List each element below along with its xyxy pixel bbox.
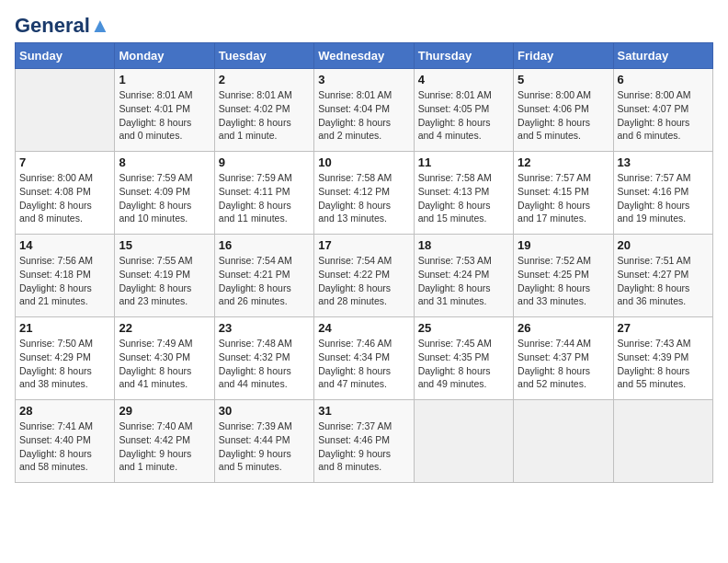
- day-number: 3: [318, 73, 409, 86]
- calendar-cell: 29Sunrise: 7:40 AM Sunset: 4:42 PM Dayli…: [115, 400, 214, 483]
- day-number: 8: [119, 155, 210, 169]
- calendar-day-header: Monday: [115, 43, 214, 69]
- day-number: 24: [318, 321, 409, 335]
- calendar-week-row: 14Sunrise: 7:56 AM Sunset: 4:18 PM Dayli…: [16, 235, 713, 317]
- calendar-cell: 16Sunrise: 7:54 AM Sunset: 4:21 PM Dayli…: [214, 235, 313, 317]
- calendar-cell: 31Sunrise: 7:37 AM Sunset: 4:46 PM Dayli…: [314, 400, 414, 483]
- day-info: Sunrise: 8:01 AM Sunset: 4:05 PM Dayligh…: [418, 88, 509, 143]
- day-number: 22: [119, 321, 210, 335]
- calendar-cell: 5Sunrise: 8:00 AM Sunset: 4:06 PM Daylig…: [514, 69, 613, 152]
- day-number: 17: [318, 238, 409, 252]
- day-number: 4: [418, 73, 509, 86]
- calendar-cell: [514, 400, 613, 483]
- day-number: 25: [418, 321, 509, 335]
- day-info: Sunrise: 7:59 AM Sunset: 4:11 PM Dayligh…: [219, 171, 310, 225]
- day-number: 23: [219, 321, 310, 335]
- calendar-week-row: 28Sunrise: 7:41 AM Sunset: 4:40 PM Dayli…: [16, 400, 713, 483]
- day-info: Sunrise: 7:48 AM Sunset: 4:32 PM Dayligh…: [219, 337, 310, 391]
- day-number: 5: [518, 73, 609, 86]
- calendar-cell: 28Sunrise: 7:41 AM Sunset: 4:40 PM Dayli…: [16, 400, 115, 483]
- calendar-day-header: Thursday: [414, 43, 513, 69]
- calendar-cell: 7Sunrise: 8:00 AM Sunset: 4:08 PM Daylig…: [16, 152, 115, 235]
- day-info: Sunrise: 8:01 AM Sunset: 4:02 PM Dayligh…: [219, 88, 310, 143]
- calendar-week-row: 21Sunrise: 7:50 AM Sunset: 4:29 PM Dayli…: [16, 317, 713, 400]
- day-info: Sunrise: 7:37 AM Sunset: 4:46 PM Dayligh…: [318, 419, 409, 474]
- day-number: 31: [318, 404, 409, 418]
- day-number: 27: [618, 321, 709, 335]
- calendar-cell: [16, 69, 115, 152]
- day-number: 29: [119, 404, 210, 418]
- day-number: 16: [219, 238, 310, 252]
- day-number: 9: [219, 155, 310, 169]
- day-info: Sunrise: 7:39 AM Sunset: 4:44 PM Dayligh…: [219, 419, 310, 474]
- day-info: Sunrise: 7:57 AM Sunset: 4:15 PM Dayligh…: [518, 171, 609, 225]
- day-info: Sunrise: 8:00 AM Sunset: 4:08 PM Dayligh…: [19, 171, 110, 225]
- day-info: Sunrise: 7:40 AM Sunset: 4:42 PM Dayligh…: [119, 419, 210, 474]
- calendar-cell: 14Sunrise: 7:56 AM Sunset: 4:18 PM Dayli…: [16, 235, 115, 317]
- day-info: Sunrise: 7:54 AM Sunset: 4:21 PM Dayligh…: [219, 254, 310, 308]
- calendar-cell: 19Sunrise: 7:52 AM Sunset: 4:25 PM Dayli…: [514, 235, 613, 317]
- day-info: Sunrise: 7:58 AM Sunset: 4:12 PM Dayligh…: [318, 171, 409, 225]
- calendar-cell: 10Sunrise: 7:58 AM Sunset: 4:12 PM Dayli…: [314, 152, 414, 235]
- calendar-cell: 22Sunrise: 7:49 AM Sunset: 4:30 PM Dayli…: [115, 317, 214, 400]
- day-number: 15: [119, 238, 210, 252]
- day-number: 30: [219, 404, 310, 418]
- calendar-header-row: SundayMondayTuesdayWednesdayThursdayFrid…: [16, 43, 713, 69]
- day-info: Sunrise: 7:44 AM Sunset: 4:37 PM Dayligh…: [518, 337, 609, 391]
- calendar-cell: 13Sunrise: 7:57 AM Sunset: 4:16 PM Dayli…: [613, 152, 712, 235]
- day-number: 18: [418, 238, 509, 252]
- day-number: 1: [119, 73, 210, 86]
- day-info: Sunrise: 7:58 AM Sunset: 4:13 PM Dayligh…: [418, 171, 509, 225]
- day-info: Sunrise: 8:01 AM Sunset: 4:04 PM Dayligh…: [318, 88, 409, 143]
- day-info: Sunrise: 8:01 AM Sunset: 4:01 PM Dayligh…: [119, 88, 210, 143]
- calendar-cell: 1Sunrise: 8:01 AM Sunset: 4:01 PM Daylig…: [115, 69, 214, 152]
- calendar-cell: [613, 400, 712, 483]
- day-info: Sunrise: 7:46 AM Sunset: 4:34 PM Dayligh…: [318, 337, 409, 391]
- day-info: Sunrise: 7:50 AM Sunset: 4:29 PM Dayligh…: [19, 337, 110, 391]
- calendar-table: SundayMondayTuesdayWednesdayThursdayFrid…: [15, 42, 713, 483]
- day-info: Sunrise: 7:45 AM Sunset: 4:35 PM Dayligh…: [418, 337, 509, 391]
- calendar-cell: 6Sunrise: 8:00 AM Sunset: 4:07 PM Daylig…: [613, 69, 712, 152]
- calendar-cell: 2Sunrise: 8:01 AM Sunset: 4:02 PM Daylig…: [214, 69, 313, 152]
- calendar-cell: 24Sunrise: 7:46 AM Sunset: 4:34 PM Dayli…: [314, 317, 414, 400]
- day-info: Sunrise: 7:56 AM Sunset: 4:18 PM Dayligh…: [19, 254, 110, 308]
- calendar-cell: 3Sunrise: 8:01 AM Sunset: 4:04 PM Daylig…: [314, 69, 414, 152]
- day-info: Sunrise: 7:41 AM Sunset: 4:40 PM Dayligh…: [19, 419, 110, 474]
- calendar-week-row: 7Sunrise: 8:00 AM Sunset: 4:08 PM Daylig…: [16, 152, 713, 235]
- logo-text: General▲: [15, 15, 110, 37]
- calendar-cell: 25Sunrise: 7:45 AM Sunset: 4:35 PM Dayli…: [414, 317, 513, 400]
- calendar-day-header: Saturday: [613, 43, 712, 69]
- day-number: 6: [618, 73, 709, 86]
- day-info: Sunrise: 8:00 AM Sunset: 4:07 PM Dayligh…: [618, 88, 709, 143]
- day-number: 7: [19, 155, 110, 169]
- calendar-cell: 9Sunrise: 7:59 AM Sunset: 4:11 PM Daylig…: [214, 152, 313, 235]
- calendar-cell: 4Sunrise: 8:01 AM Sunset: 4:05 PM Daylig…: [414, 69, 513, 152]
- day-number: 13: [618, 155, 709, 169]
- calendar-day-header: Tuesday: [214, 43, 313, 69]
- day-info: Sunrise: 7:54 AM Sunset: 4:22 PM Dayligh…: [318, 254, 409, 308]
- day-info: Sunrise: 7:55 AM Sunset: 4:19 PM Dayligh…: [119, 254, 210, 308]
- day-number: 12: [518, 155, 609, 169]
- day-number: 11: [418, 155, 509, 169]
- calendar-cell: 8Sunrise: 7:59 AM Sunset: 4:09 PM Daylig…: [115, 152, 214, 235]
- day-info: Sunrise: 7:49 AM Sunset: 4:30 PM Dayligh…: [119, 337, 210, 391]
- calendar-cell: 15Sunrise: 7:55 AM Sunset: 4:19 PM Dayli…: [115, 235, 214, 317]
- calendar-cell: 20Sunrise: 7:51 AM Sunset: 4:27 PM Dayli…: [613, 235, 712, 317]
- day-info: Sunrise: 8:00 AM Sunset: 4:06 PM Dayligh…: [518, 88, 609, 143]
- calendar-cell: [414, 400, 513, 483]
- calendar-cell: 18Sunrise: 7:53 AM Sunset: 4:24 PM Dayli…: [414, 235, 513, 317]
- calendar-cell: 11Sunrise: 7:58 AM Sunset: 4:13 PM Dayli…: [414, 152, 513, 235]
- day-number: 2: [219, 73, 310, 86]
- calendar-day-header: Friday: [514, 43, 613, 69]
- day-number: 10: [318, 155, 409, 169]
- calendar-day-header: Wednesday: [314, 43, 414, 69]
- day-number: 21: [19, 321, 110, 335]
- calendar-cell: 26Sunrise: 7:44 AM Sunset: 4:37 PM Dayli…: [514, 317, 613, 400]
- day-number: 14: [19, 238, 110, 252]
- day-info: Sunrise: 7:51 AM Sunset: 4:27 PM Dayligh…: [618, 254, 709, 308]
- day-info: Sunrise: 7:57 AM Sunset: 4:16 PM Dayligh…: [618, 171, 709, 225]
- day-number: 26: [518, 321, 609, 335]
- day-number: 20: [618, 238, 709, 252]
- calendar-cell: 30Sunrise: 7:39 AM Sunset: 4:44 PM Dayli…: [214, 400, 313, 483]
- calendar-cell: 21Sunrise: 7:50 AM Sunset: 4:29 PM Dayli…: [16, 317, 115, 400]
